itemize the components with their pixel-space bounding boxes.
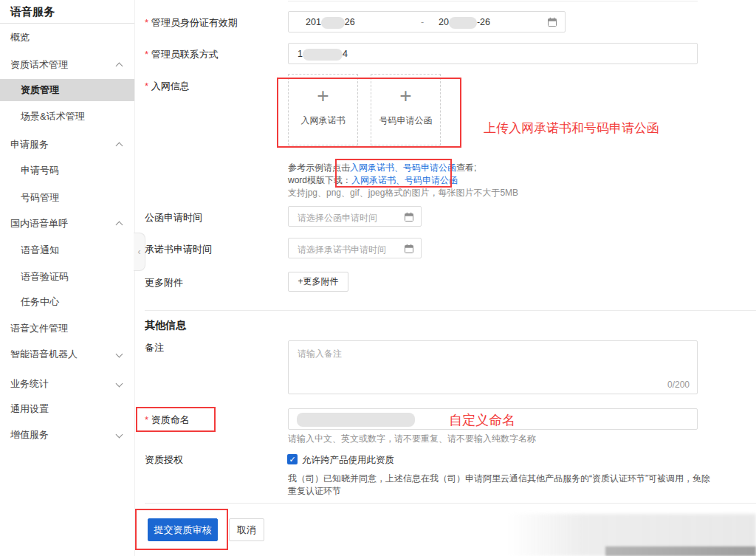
sidebar-divider	[0, 23, 134, 24]
redacted-value	[303, 49, 343, 61]
redacted-value	[449, 17, 477, 29]
sidebar-item-value-added-services[interactable]: 增值服务	[0, 424, 134, 446]
redacted-watermark	[508, 514, 756, 556]
footer-divider	[145, 503, 756, 504]
chevron-up-icon	[117, 221, 123, 227]
chevron-down-icon	[117, 432, 123, 438]
redacted-value	[321, 17, 345, 29]
section-divider	[145, 310, 756, 311]
sidebar-item-intelligent-voice-robot[interactable]: 智能语音机器人	[0, 343, 134, 365]
sidebar-title: 语音服务	[10, 5, 55, 19]
upload-label: 入网承诺书	[289, 114, 357, 127]
commitment-time-placeholder: 请选择承诺书申请时间	[298, 244, 386, 256]
chevron-up-icon	[117, 62, 123, 68]
upload-commitment-letter[interactable]: + 入网承诺书	[288, 74, 358, 145]
contact-input[interactable]: 14	[288, 43, 698, 64]
sidebar-item-number-mgmt[interactable]: 号码管理	[0, 187, 134, 209]
more-attachments-button[interactable]: +更多附件	[288, 272, 348, 292]
commitment-time-picker[interactable]: 请选择承诺书申请时间	[288, 238, 422, 258]
check-icon: ✓	[289, 455, 295, 464]
sidebar-item-general-settings[interactable]: 通用设置	[0, 398, 134, 420]
sidebar-item-voice-notification[interactable]: 语音通知	[0, 239, 134, 261]
format-hint: 支持jpg、png、gif、jpeg格式的图片，每张图片不大于5MB	[288, 187, 518, 199]
network-info-label: 入网信息	[145, 80, 190, 93]
authorization-description: 我（司）已知晓并同意，上述信息在我（司）申请阿里云通信其他产品服务的“资质认证环…	[288, 473, 710, 497]
sidebar-item-qualification-mgmt[interactable]: 资质管理	[0, 79, 134, 101]
redacted-watermark-strip	[605, 546, 756, 556]
checkbox-label: 允许跨产品使用此资质	[302, 454, 394, 467]
plus-icon: +	[289, 85, 357, 107]
authorization-label: 资质授权	[145, 453, 183, 467]
sidebar-item-domestic-single-call[interactable]: 国内语音单呼	[0, 213, 134, 235]
collapse-arrow-icon: ‹	[138, 247, 141, 257]
upload-number-application-letter[interactable]: + 号码申请公函	[371, 74, 441, 145]
remark-placeholder: 请输入备注	[298, 348, 342, 360]
qualification-form-page: 语音服务 概览 资质话术管理 资质管理 场景&话术管理 申请服务 申请号码 号码…	[0, 0, 756, 556]
submit-qualification-button[interactable]: 提交资质审核	[148, 518, 218, 541]
sidebar-item-apply-number[interactable]: 申请号码	[0, 159, 134, 182]
calendar-icon[interactable]	[404, 244, 414, 254]
contact-value: 14	[298, 49, 348, 61]
remark-textarea[interactable]: 请输入备注 0/200	[288, 340, 698, 394]
naming-annotation: 自定义命名	[449, 411, 515, 429]
chevron-down-icon	[117, 381, 123, 387]
id-validity-range-input[interactable]: 20126 - 20-26	[288, 11, 566, 32]
letter-time-label: 公函申请时间	[145, 211, 202, 224]
sidebar-item-task-center[interactable]: 任务中心	[0, 291, 134, 313]
sidebar-item-overview[interactable]: 概览	[0, 27, 134, 49]
calendar-icon[interactable]	[404, 212, 414, 222]
sample-hint-line: 参考示例请点击入网承诺书、号码申请公函查看;	[288, 162, 476, 174]
date-range-separator: -	[421, 17, 424, 27]
remark-label: 备注	[145, 341, 164, 354]
letter-time-placeholder: 请选择公函申请时间	[298, 212, 377, 224]
sidebar-collapse-handle[interactable]: ‹	[134, 233, 145, 271]
sidebar-item-scene-script-mgmt[interactable]: 场景&话术管理	[0, 106, 134, 128]
sample-links[interactable]: 入网承诺书、号码申请公函	[350, 162, 456, 173]
sidebar-item-business-statistics[interactable]: 业务统计	[0, 373, 134, 395]
upload-annotation: 上传入网承诺书和号码申请公函	[484, 120, 659, 137]
chevron-down-icon	[117, 351, 123, 357]
remark-counter: 0/200	[667, 380, 690, 390]
id-validity-end-value: 20-26	[439, 17, 490, 29]
more-attachments-label: 更多附件	[145, 276, 183, 289]
letter-time-picker[interactable]: 请选择公函申请时间	[288, 206, 422, 227]
chevron-up-icon	[117, 142, 123, 148]
id-validity-label: 管理员身份证有效期	[145, 16, 238, 30]
sidebar: 语音服务 概览 资质话术管理 资质管理 场景&话术管理 申请服务 申请号码 号码…	[0, 0, 135, 556]
sidebar-item-voice-captcha[interactable]: 语音验证码	[0, 266, 134, 288]
redacted-value	[297, 413, 415, 427]
top-hairline	[288, 1, 698, 1]
id-validity-start-value: 20126	[306, 17, 355, 29]
cancel-button[interactable]: 取消	[229, 518, 264, 541]
qualification-name-hint: 请输入中文、英文或数字，请不要重复、请不要输入纯数字名称	[288, 433, 536, 445]
contact-label: 管理员联系方式	[145, 48, 219, 61]
commitment-time-label: 承诺书申请时间	[145, 243, 212, 256]
cross-product-checkbox[interactable]: ✓	[287, 454, 298, 464]
template-download-line: word模版下载：入网承诺书、号码申请公函	[288, 174, 458, 187]
template-links[interactable]: 入网承诺书、号码申请公函	[351, 175, 458, 185]
plus-icon: +	[371, 85, 440, 107]
upload-label: 号码申请公函	[371, 114, 440, 127]
sidebar-item-voice-file-mgmt[interactable]: 语音文件管理	[0, 318, 134, 340]
sidebar-item-qualification-script-mgmt[interactable]: 资质话术管理	[0, 54, 134, 76]
calendar-icon[interactable]	[547, 17, 557, 27]
qualification-name-label: 资质命名	[145, 413, 190, 427]
other-info-title: 其他信息	[145, 319, 186, 332]
sidebar-item-apply-service[interactable]: 申请服务	[0, 134, 134, 156]
